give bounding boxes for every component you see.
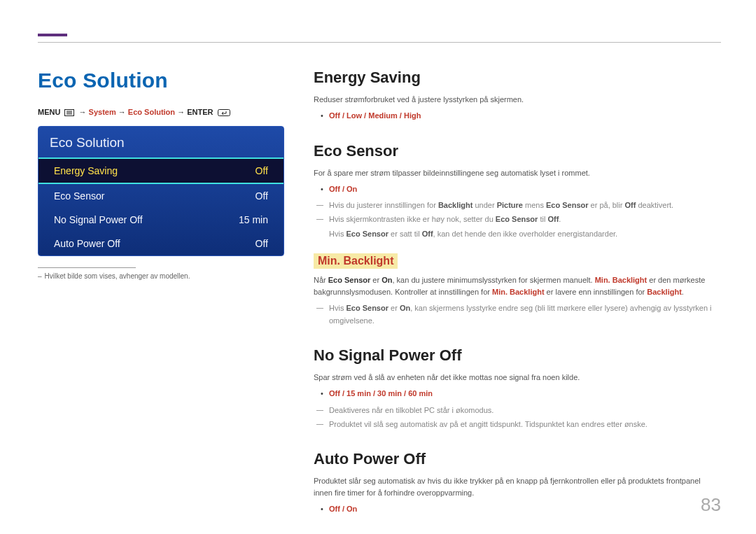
note-continuation: Hvis Eco Sensor er satt til Off, kan det… bbox=[314, 228, 721, 241]
note-item: Hvis du justerer innstillingen for Backl… bbox=[314, 199, 721, 212]
chapter-indicator bbox=[38, 34, 67, 36]
note-item: Hvis skjermkontrasten ikke er høy nok, s… bbox=[314, 213, 721, 226]
desc-eco-sensor: For å spare mer strøm tilpasser bildeinn… bbox=[314, 167, 721, 179]
opt: On bbox=[346, 185, 357, 193]
option-line: Off / On bbox=[314, 503, 721, 516]
breadcrumb-menu: MENU bbox=[38, 108, 60, 116]
notes-eco-sensor: Hvis du justerer innstillingen for Backl… bbox=[314, 199, 721, 225]
osd-row-auto-power-off[interactable]: Auto Power Off Off bbox=[38, 232, 284, 255]
heading-no-signal: No Signal Power Off bbox=[314, 346, 721, 365]
heading-auto-power-off: Auto Power Off bbox=[314, 450, 721, 468]
opt: Off bbox=[329, 389, 340, 398]
note-item: Produktet vil slå seg automatisk av på e… bbox=[314, 419, 721, 431]
footnote-separator bbox=[38, 267, 136, 268]
osd-row-value: Off bbox=[255, 238, 268, 249]
desc-energy-saving: Reduser strømforbruket ved å justere lys… bbox=[314, 94, 721, 106]
notes-min-backlight: Hvis Eco Sensor er On, kan skjermens lys… bbox=[314, 302, 721, 327]
osd-row-energy-saving[interactable]: Energy Saving Off bbox=[38, 157, 284, 184]
svg-rect-4 bbox=[218, 110, 230, 116]
breadcrumb-arrow: → bbox=[118, 108, 126, 116]
osd-row-value: 15 min bbox=[239, 214, 268, 225]
osd-row-value: Off bbox=[255, 165, 268, 176]
option-line: Off / Low / Medium / High bbox=[314, 110, 721, 122]
heading-energy-saving: Energy Saving bbox=[314, 69, 721, 87]
opt: Medium bbox=[368, 111, 398, 120]
footnote-text: Hvilket bilde som vises, avhenger av mod… bbox=[45, 272, 190, 280]
options-no-signal: Off / 15 min / 30 min / 60 min bbox=[314, 388, 721, 400]
osd-panel: Eco Solution Energy Saving Off Eco Senso… bbox=[38, 126, 284, 256]
note-item: Deaktiveres når en tilkoblet PC står i ø… bbox=[314, 405, 721, 417]
breadcrumb-enter: ENTER bbox=[187, 108, 213, 116]
model-footnote: –Hvilket bilde som vises, avhenger av mo… bbox=[38, 272, 284, 280]
breadcrumb-system: System bbox=[89, 108, 116, 116]
opt: On bbox=[346, 505, 357, 513]
opt: Off bbox=[329, 505, 340, 513]
osd-row-eco-sensor[interactable]: Eco Sensor Off bbox=[38, 184, 284, 208]
breadcrumb-arrow: → bbox=[177, 108, 185, 116]
breadcrumb: MENU → System → Eco Solution → ENTER bbox=[38, 108, 284, 116]
page-number: 83 bbox=[701, 494, 721, 516]
opt: Low bbox=[346, 111, 362, 120]
osd-row-label: Energy Saving bbox=[54, 165, 118, 176]
osd-title: Eco Solution bbox=[38, 127, 284, 157]
desc-no-signal: Spar strøm ved å slå av enheten når det … bbox=[314, 372, 721, 384]
osd-row-label: No Signal Power Off bbox=[54, 214, 143, 225]
osd-row-label: Eco Sensor bbox=[54, 190, 104, 202]
breadcrumb-eco: Eco Solution bbox=[128, 108, 175, 116]
right-column: Energy Saving Reduser strømforbruket ved… bbox=[314, 69, 721, 513]
opt: High bbox=[404, 111, 421, 120]
opt: Off bbox=[329, 111, 340, 120]
options-energy-saving: Off / Low / Medium / High bbox=[314, 110, 721, 122]
menu-icon bbox=[64, 109, 74, 116]
opt: 30 min bbox=[377, 389, 402, 398]
heading-eco-sensor: Eco Sensor bbox=[314, 142, 721, 160]
heading-min-backlight: Min. Backlight bbox=[314, 253, 398, 269]
left-column: Eco Solution MENU → System → Eco Solutio… bbox=[38, 69, 284, 513]
options-auto-power-off: Off / On bbox=[314, 503, 721, 516]
desc-auto-power-off: Produktet slår seg automatisk av hvis du… bbox=[314, 475, 721, 499]
opt: Off bbox=[329, 185, 340, 193]
header-rule bbox=[38, 42, 721, 43]
osd-row-value: Off bbox=[255, 190, 268, 202]
notes-no-signal: Deaktiveres når en tilkoblet PC står i ø… bbox=[314, 405, 721, 430]
options-eco-sensor: Off / On bbox=[314, 183, 721, 196]
opt: 60 min bbox=[408, 389, 433, 398]
option-line: Off / 15 min / 30 min / 60 min bbox=[314, 388, 721, 400]
note-item: Hvis Eco Sensor er On, kan skjermens lys… bbox=[314, 302, 721, 327]
opt: 15 min bbox=[346, 389, 371, 398]
osd-row-label: Auto Power Off bbox=[54, 238, 120, 249]
option-line: Off / On bbox=[314, 183, 721, 196]
enter-icon bbox=[218, 109, 230, 116]
desc-min-backlight: Når Eco Sensor er On, kan du justere min… bbox=[314, 274, 721, 298]
page-content: Eco Solution MENU → System → Eco Solutio… bbox=[38, 69, 721, 513]
breadcrumb-arrow: → bbox=[79, 108, 87, 116]
page-title: Eco Solution bbox=[38, 69, 284, 92]
osd-row-no-signal[interactable]: No Signal Power Off 15 min bbox=[38, 208, 284, 232]
